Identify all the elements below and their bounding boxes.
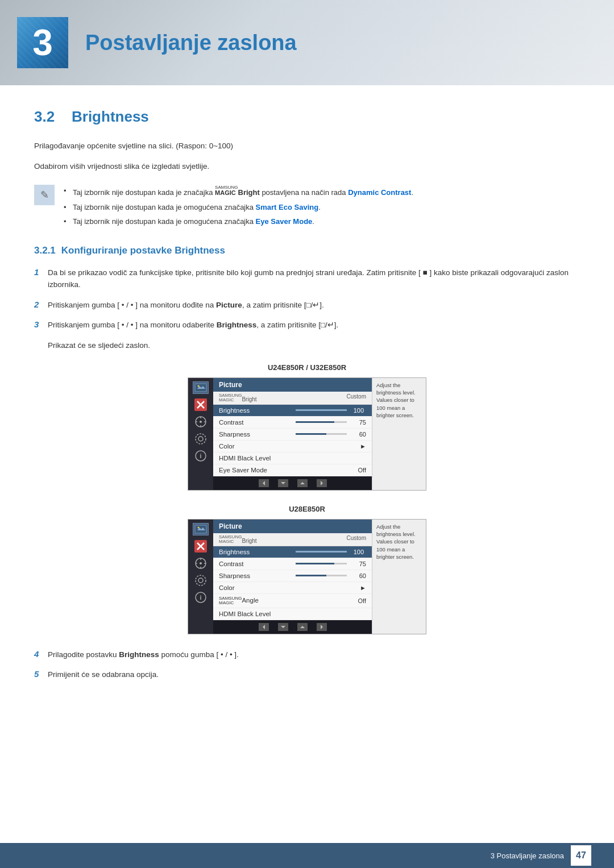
chapter-title: Postavljanje zaslona (85, 31, 297, 55)
menu-item: Eye Saver ModeOff (213, 464, 372, 476)
menu-item-right: ► (350, 584, 366, 591)
menu-item: Color► (213, 582, 372, 594)
picture-icon-2 (194, 525, 207, 534)
menu-item-value: 75 (350, 419, 366, 426)
bar-fill (296, 563, 334, 564)
menu-item-right: 60 (296, 572, 366, 579)
sidebar-icon-x-2 (193, 540, 209, 553)
menu-item-name: Eye Saver Mode (219, 467, 267, 474)
step-4: 4 Prilagodite postavku Brightness pomoću… (34, 649, 580, 661)
nav-left-2 (259, 623, 269, 631)
menu-item-value: Off (350, 597, 366, 604)
monitor-footer-1 (213, 476, 372, 490)
step-text-1: Da bi se prikazao vodič za funkcijske ti… (48, 267, 580, 291)
step-3: 3 Pritiskanjem gumba [ • / • ] na monito… (34, 319, 580, 331)
sidebar-icon-gear-2 (193, 574, 209, 587)
magic-bright-label-1: SAMSUNGMAGICBright (219, 393, 257, 402)
screenshot2-container: U28E850R (34, 505, 580, 634)
magic-bright-value-1: Custom (347, 393, 366, 402)
step-number-1: 1 (34, 267, 48, 277)
bar-track (296, 551, 347, 553)
subsection-number: 3.2.1 (34, 245, 56, 256)
menu-item-value: ► (350, 584, 366, 591)
menu-header-2: Picture (213, 520, 372, 533)
para1: Prilagođavanje općenite svjetline na sli… (34, 140, 580, 152)
menu-item-name: Contrast (219, 560, 243, 567)
step-3-note: Prikazat će se sljedeći zaslon. (34, 339, 580, 352)
magic-bright-value-2: Custom (347, 535, 366, 544)
screenshot1-label: U24E850R / U32E850R (268, 363, 346, 372)
menu-panel-2: Picture SAMSUNGMAGICBright Custom Bright… (213, 520, 372, 634)
menu-item-name: Sharpness (219, 431, 250, 438)
dynamic-contrast-label: Dynamic Contrast (348, 188, 411, 197)
eye-saver-label: Eye Saver Mode (256, 217, 313, 226)
menu-item-right: 100 (296, 407, 366, 414)
bar-fill (296, 409, 347, 411)
menu-items-1: Brightness100Contrast75Sharpness60Color►… (213, 405, 372, 476)
crosshair-icon-2 (194, 557, 207, 570)
menu-item-name: Sharpness (219, 572, 250, 579)
svg-text:i: i (200, 594, 201, 601)
step-number-2: 2 (34, 299, 48, 309)
menu-item-name: Brightness (219, 407, 250, 414)
svg-point-13 (198, 437, 203, 441)
svg-point-30 (198, 578, 203, 583)
main-content: 3.2 Brightness Prilagođavanje općenite s… (0, 108, 614, 726)
bar-track (296, 575, 347, 576)
sidebar-icon-picture-2 (193, 523, 209, 535)
monitor-ui-2: i Picture SAMSUNGMAGICBright Custom Brig… (188, 519, 426, 634)
menu-item-value: 100 (350, 549, 366, 555)
step-text-4: Prilagodite postavku Brightness pomoću g… (48, 649, 580, 661)
menu-item-right: 60 (296, 431, 366, 438)
para2: Odabirom viših vrijednosti slika će izgl… (34, 160, 580, 173)
bar-fill (296, 421, 334, 423)
magic-bright-label-2: SAMSUNGMAGICBright (219, 535, 257, 544)
menu-items-2: Brightness100Contrast75Sharpness60Color►… (213, 546, 372, 620)
note-bullets: Taj izbornik nije dostupan kada je znača… (64, 184, 580, 229)
svg-point-14 (196, 434, 206, 444)
menu-item: HDMI Black Level (213, 608, 372, 620)
footer-text: 3 Postavljanje zaslona (491, 852, 564, 860)
menu-item: Contrast75 (213, 417, 372, 429)
svg-point-29 (200, 562, 202, 564)
menu-item-right: Off (350, 467, 366, 474)
gear-icon-1 (194, 433, 207, 445)
nav-left-1 (259, 479, 269, 487)
menu-panel-1: Picture SAMSUNGMAGICBright Custom Bright… (213, 378, 372, 490)
note-box: ✎ Taj izbornik nije dostupan kada je zna… (34, 184, 580, 229)
menu-item: SAMSUNGMAGICAngleOff (213, 594, 372, 608)
menu-item-name: Brightness (219, 549, 250, 555)
nav-down-2 (278, 623, 288, 631)
menu-item-value: ► (350, 443, 366, 450)
sidebar-icon-picture-1 (193, 381, 209, 394)
smart-eco-label: Smart Eco Saving (256, 203, 319, 211)
menu-item-right: 75 (296, 560, 366, 567)
menu-item: Contrast75 (213, 558, 372, 570)
menu-item-value: 60 (350, 572, 366, 579)
chapter-header: 3 Postavljanje zaslona (0, 0, 614, 85)
steps-4-5: 4 Prilagodite postavku Brightness pomoću… (34, 649, 580, 681)
bar-track (296, 563, 347, 564)
chapter-number-box: 3 (17, 17, 68, 68)
nav-up-1 (297, 479, 308, 487)
menu-item-name: HDMI Black Level (219, 455, 271, 462)
menu-item-name: Contrast (219, 419, 243, 426)
monitor-ui-1: i Picture SAMSUNGMAGICBright Custom Brig… (188, 377, 426, 491)
chapter-number: 3 (32, 24, 53, 61)
step-number-5: 5 (34, 668, 48, 679)
nav-right-1 (317, 479, 327, 487)
samsung-magic-brand-1: SAMSUNGMAGIC (215, 185, 238, 196)
screenshot1-container: U24E850R / U32E850R (34, 363, 580, 491)
note-item-3: Taj izbornik nije dostupan kada je omogu… (64, 214, 580, 229)
menu-item-right: ► (350, 443, 366, 450)
step-text-2: Pritiskanjem gumba [ • / • ] na monitoru… (48, 299, 580, 312)
bar-fill (296, 575, 326, 576)
screenshot2-label: U28E850R (289, 505, 325, 513)
gear-icon-2 (194, 574, 207, 587)
steps-1-3: 1 Da bi se prikazao vodič za funkcijske … (34, 267, 580, 352)
sidebar-icon-gear-1 (193, 433, 209, 445)
bar-track (296, 421, 347, 423)
step-text-3: Pritiskanjem gumba [ • / • ] na monitoru… (48, 319, 580, 331)
monitor-sidebar-1: i (188, 378, 213, 490)
info-icon-2: i (194, 591, 207, 604)
